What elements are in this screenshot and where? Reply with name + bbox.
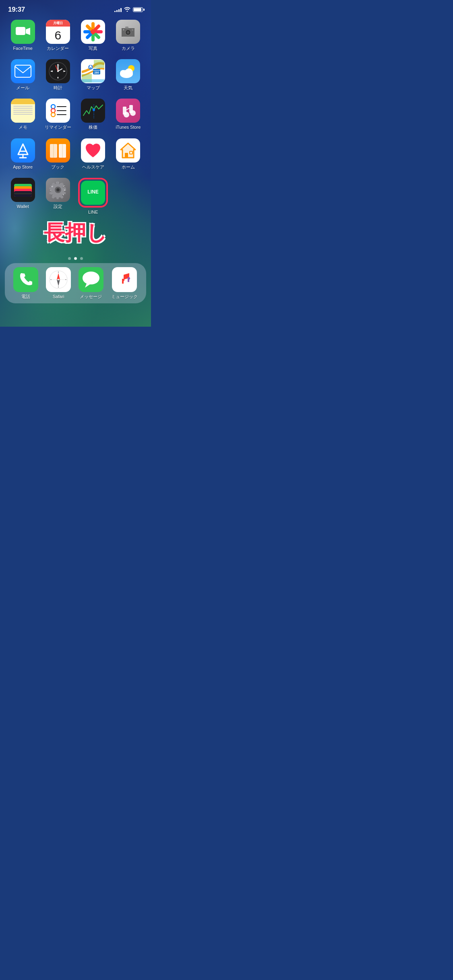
music-icon <box>116 272 132 288</box>
photos-label: 写真 <box>89 46 97 51</box>
svg-point-39 <box>51 113 55 117</box>
page-dot-1[interactable] <box>68 257 71 260</box>
photos-icon <box>83 21 103 42</box>
reminders-icon <box>49 102 67 119</box>
svg-text:6: 6 <box>57 76 58 79</box>
app-camera[interactable]: カメラ <box>113 20 144 51</box>
clock-icon: 12 3 6 9 <box>48 61 68 82</box>
wifi-icon <box>124 6 130 13</box>
app-empty <box>113 178 144 215</box>
appstore-icon <box>14 142 32 159</box>
itunes-icon <box>119 102 137 119</box>
mail-icon <box>14 65 31 78</box>
page-dot-3[interactable] <box>80 257 83 260</box>
signal-icon <box>114 7 122 12</box>
app-appstore[interactable]: App Store <box>7 138 38 170</box>
page-dots <box>0 249 151 263</box>
appstore-label: App Store <box>13 165 33 170</box>
svg-rect-10 <box>15 65 31 77</box>
svg-line-49 <box>126 108 129 110</box>
itunes-label: iTunes Store <box>116 125 141 130</box>
svg-rect-0 <box>16 27 25 35</box>
app-facetime[interactable]: FaceTime <box>7 20 38 51</box>
page-dot-2[interactable] <box>74 257 77 260</box>
dock-messages[interactable]: メッセージ <box>79 267 103 299</box>
status-icons <box>114 6 143 13</box>
weather-label: 天気 <box>124 85 132 91</box>
app-books[interactable]: ブック <box>42 138 73 170</box>
dock-phone[interactable]: 電話 <box>13 267 38 299</box>
stocks-icon <box>83 103 103 119</box>
app-reminders[interactable]: リマインダー <box>42 99 73 130</box>
phone-icon <box>19 272 33 287</box>
battery-icon <box>133 7 143 12</box>
health-icon <box>84 142 102 159</box>
long-press-text: 長押し <box>0 215 151 249</box>
calendar-day: 6 <box>55 27 62 44</box>
svg-text:9: 9 <box>52 70 53 72</box>
svg-rect-7 <box>125 27 128 29</box>
health-label: ヘルスケア <box>82 165 104 170</box>
svg-rect-27 <box>94 60 104 68</box>
app-notes[interactable]: メモ <box>7 99 38 130</box>
home-label: ホーム <box>122 165 135 170</box>
messages-label: メッセージ <box>80 294 102 299</box>
app-settings[interactable]: 設定 <box>42 178 73 215</box>
svg-point-37 <box>51 105 55 109</box>
app-maps[interactable]: 280 マップ <box>78 59 109 91</box>
app-stocks[interactable]: 株価 <box>78 99 109 130</box>
app-wallet[interactable]: Wallet <box>7 178 38 215</box>
settings-label: 設定 <box>54 204 62 209</box>
reminders-label: リマインダー <box>45 125 71 130</box>
dock: 電話 Safari <box>5 263 146 303</box>
svg-point-6 <box>127 31 129 34</box>
app-grid: FaceTime 月曜日 6 カレンダー 写真 <box>0 16 151 215</box>
svg-text:LINE: LINE <box>87 189 98 195</box>
facetime-icon <box>15 26 31 37</box>
svg-rect-47 <box>129 105 133 113</box>
stocks-label: 株価 <box>89 125 97 130</box>
status-time: 19:37 <box>8 6 25 14</box>
app-line[interactable]: LINE LINE <box>78 178 109 215</box>
music-label: ミュージック <box>111 294 138 299</box>
svg-rect-84 <box>122 279 124 284</box>
safari-icon <box>48 269 69 290</box>
home-icon <box>119 142 137 159</box>
dock-music[interactable]: ミュージック <box>111 267 138 299</box>
maps-label: マップ <box>87 85 100 91</box>
camera-icon <box>120 25 136 38</box>
app-itunes[interactable]: iTunes Store <box>113 99 144 130</box>
app-clock[interactable]: 12 3 6 9 時計 <box>42 59 73 91</box>
svg-text:280: 280 <box>94 71 99 74</box>
camera-label: カメラ <box>122 46 135 51</box>
facetime-label: FaceTime <box>13 46 33 51</box>
svg-rect-85 <box>128 277 129 282</box>
app-mail[interactable]: メール <box>7 59 38 91</box>
maps-icon: 280 <box>82 60 104 82</box>
svg-rect-8 <box>132 29 133 31</box>
svg-rect-65 <box>14 193 32 194</box>
books-label: ブック <box>51 165 64 170</box>
dock-safari[interactable]: Safari <box>46 267 71 299</box>
books-icon <box>49 142 67 159</box>
weather-icon <box>118 63 139 80</box>
app-health[interactable]: ヘルスケア <box>78 138 109 170</box>
svg-rect-28 <box>82 79 104 82</box>
app-weather[interactable]: 天気 <box>113 59 144 91</box>
svg-marker-1 <box>26 28 30 35</box>
calendar-weekday: 月曜日 <box>46 20 70 27</box>
app-photos[interactable]: 写真 <box>78 20 109 51</box>
svg-point-9 <box>123 29 124 31</box>
mail-label: メール <box>16 85 29 91</box>
notes-label: メモ <box>19 125 27 130</box>
phone-label: 電話 <box>21 294 30 299</box>
calendar-label: カレンダー <box>47 46 69 51</box>
wallet-icon <box>12 181 33 199</box>
app-home[interactable]: ホーム <box>113 138 144 170</box>
messages-icon <box>82 271 100 288</box>
app-calendar[interactable]: 月曜日 6 カレンダー <box>42 20 73 51</box>
safari-label: Safari <box>53 294 64 299</box>
svg-point-36 <box>125 68 133 76</box>
status-bar: 19:37 <box>0 0 151 16</box>
settings-icon <box>49 181 67 199</box>
